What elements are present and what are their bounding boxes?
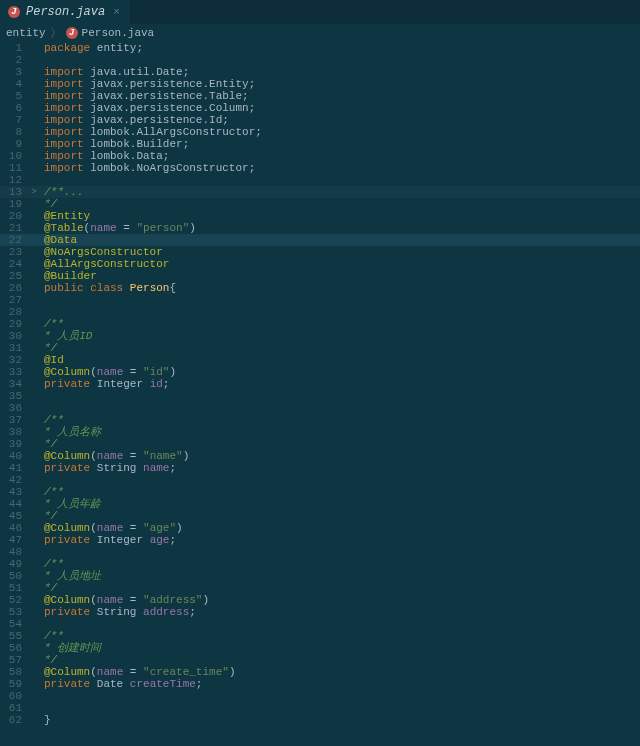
fold-expand-icon[interactable]: >: [28, 186, 40, 198]
code-line[interactable]: 46 @Column(name = "age"): [0, 522, 640, 534]
code-content[interactable]: @Builder: [40, 270, 640, 282]
code-line[interactable]: 26public class Person{: [0, 282, 640, 294]
code-line[interactable]: 61: [0, 702, 640, 714]
code-content[interactable]: private Integer age;: [40, 534, 640, 546]
code-content[interactable]: /**: [40, 318, 640, 330]
code-content[interactable]: import java.util.Date;: [40, 66, 640, 78]
code-line[interactable]: 4import javax.persistence.Entity;: [0, 78, 640, 90]
code-content[interactable]: private Integer id;: [40, 378, 640, 390]
code-content[interactable]: [40, 474, 640, 486]
code-content[interactable]: /**...: [40, 186, 640, 198]
code-content[interactable]: */: [40, 342, 640, 354]
code-line[interactable]: 42: [0, 474, 640, 486]
code-content[interactable]: @Table(name = "person"): [40, 222, 640, 234]
code-content[interactable]: private String name;: [40, 462, 640, 474]
breadcrumb-entity[interactable]: entity: [6, 27, 46, 39]
code-line[interactable]: 57 */: [0, 654, 640, 666]
code-line[interactable]: 7import javax.persistence.Id;: [0, 114, 640, 126]
code-line[interactable]: 5import javax.persistence.Table;: [0, 90, 640, 102]
code-line[interactable]: 24@AllArgsConstructor: [0, 258, 640, 270]
code-line[interactable]: 59 private Date createTime;: [0, 678, 640, 690]
code-content[interactable]: @NoArgsConstructor: [40, 246, 640, 258]
code-content[interactable]: */: [40, 582, 640, 594]
code-line[interactable]: 44 * 人员年龄: [0, 498, 640, 510]
code-content[interactable]: * 人员名称: [40, 426, 640, 438]
code-line[interactable]: 33 @Column(name = "id"): [0, 366, 640, 378]
code-content[interactable]: [40, 690, 640, 702]
code-content[interactable]: @AllArgsConstructor: [40, 258, 640, 270]
code-content[interactable]: import javax.persistence.Id;: [40, 114, 640, 126]
code-content[interactable]: */: [40, 510, 640, 522]
code-line[interactable]: 28: [0, 306, 640, 318]
code-content[interactable]: * 人员ID: [40, 330, 640, 342]
code-line[interactable]: 58 @Column(name = "create_time"): [0, 666, 640, 678]
code-content[interactable]: [40, 306, 640, 318]
code-line[interactable]: 48: [0, 546, 640, 558]
code-line[interactable]: 38 * 人员名称: [0, 426, 640, 438]
code-content[interactable]: import lombok.NoArgsConstructor;: [40, 162, 640, 174]
code-line[interactable]: 34 private Integer id;: [0, 378, 640, 390]
code-content[interactable]: [40, 390, 640, 402]
code-content[interactable]: import javax.persistence.Table;: [40, 90, 640, 102]
code-content[interactable]: * 人员年龄: [40, 498, 640, 510]
code-content[interactable]: [40, 618, 640, 630]
code-content[interactable]: }: [40, 714, 640, 726]
code-line[interactable]: 2: [0, 54, 640, 66]
code-line[interactable]: 30 * 人员ID: [0, 330, 640, 342]
code-content[interactable]: * 创建时间: [40, 642, 640, 654]
code-content[interactable]: @Data: [40, 234, 640, 246]
code-line[interactable]: 1package entity;: [0, 42, 640, 54]
code-content[interactable]: [40, 54, 640, 66]
code-line[interactable]: 60: [0, 690, 640, 702]
code-content[interactable]: import lombok.AllArgsConstructor;: [40, 126, 640, 138]
code-line[interactable]: 29 /**: [0, 318, 640, 330]
code-content[interactable]: import lombok.Data;: [40, 150, 640, 162]
code-content[interactable]: * 人员地址: [40, 570, 640, 582]
code-line[interactable]: 49 /**: [0, 558, 640, 570]
code-line[interactable]: 19 */: [0, 198, 640, 210]
code-line[interactable]: 51 */: [0, 582, 640, 594]
code-line[interactable]: 22@Data: [0, 234, 640, 246]
code-line[interactable]: 40 @Column(name = "name"): [0, 450, 640, 462]
code-content[interactable]: [40, 174, 640, 186]
code-line[interactable]: 53 private String address;: [0, 606, 640, 618]
code-line[interactable]: 45 */: [0, 510, 640, 522]
code-line[interactable]: 20@Entity: [0, 210, 640, 222]
code-line[interactable]: 23@NoArgsConstructor: [0, 246, 640, 258]
code-line[interactable]: 47 private Integer age;: [0, 534, 640, 546]
code-content[interactable]: @Column(name = "id"): [40, 366, 640, 378]
code-line[interactable]: 9import lombok.Builder;: [0, 138, 640, 150]
code-line[interactable]: 27: [0, 294, 640, 306]
code-line[interactable]: 25@Builder: [0, 270, 640, 282]
code-line[interactable]: 54: [0, 618, 640, 630]
code-editor[interactable]: 1package entity;23import java.util.Date;…: [0, 42, 640, 746]
code-line[interactable]: 52 @Column(name = "address"): [0, 594, 640, 606]
code-content[interactable]: private Date createTime;: [40, 678, 640, 690]
code-line[interactable]: 12: [0, 174, 640, 186]
code-line[interactable]: 13>/**...: [0, 186, 640, 198]
code-content[interactable]: /**: [40, 558, 640, 570]
code-line[interactable]: 32 @Id: [0, 354, 640, 366]
code-line[interactable]: 56 * 创建时间: [0, 642, 640, 654]
code-content[interactable]: /**: [40, 630, 640, 642]
code-content[interactable]: import javax.persistence.Column;: [40, 102, 640, 114]
code-content[interactable]: @Entity: [40, 210, 640, 222]
code-line[interactable]: 21@Table(name = "person"): [0, 222, 640, 234]
code-line[interactable]: 11import lombok.NoArgsConstructor;: [0, 162, 640, 174]
code-content[interactable]: [40, 294, 640, 306]
code-content[interactable]: */: [40, 438, 640, 450]
code-content[interactable]: /**: [40, 486, 640, 498]
code-content[interactable]: @Id: [40, 354, 640, 366]
code-line[interactable]: 10import lombok.Data;: [0, 150, 640, 162]
code-content[interactable]: package entity;: [40, 42, 640, 54]
code-content[interactable]: [40, 546, 640, 558]
code-line[interactable]: 43 /**: [0, 486, 640, 498]
code-content[interactable]: [40, 402, 640, 414]
close-icon[interactable]: ×: [111, 6, 122, 18]
code-line[interactable]: 39 */: [0, 438, 640, 450]
code-content[interactable]: /**: [40, 414, 640, 426]
code-line[interactable]: 37 /**: [0, 414, 640, 426]
code-line[interactable]: 35: [0, 390, 640, 402]
code-content[interactable]: @Column(name = "age"): [40, 522, 640, 534]
code-line[interactable]: 41 private String name;: [0, 462, 640, 474]
